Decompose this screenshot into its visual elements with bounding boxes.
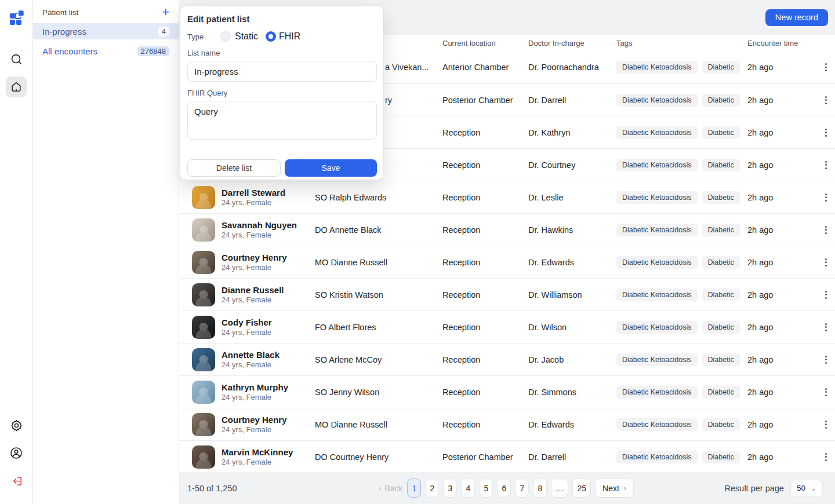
delete-list-button[interactable]: Delete list [187,159,281,177]
patient-list-panel: Patient list + In-progress 4 All encount… [33,0,179,504]
tag-badge: Diabetic Ketoacidosis [616,321,698,334]
modal-title: Edit patient list [187,14,377,24]
doctor-in-charge: Dr. Edwards [528,258,616,267]
tags-cell: Diabetic KetoacidosisDiabetic [616,451,747,463]
profile-icon[interactable] [6,443,27,463]
table-row[interactable]: Courtney Henry 24 yrs, Female MO Dianne … [179,408,835,440]
sidebar-item-in-progress[interactable]: In-progress 4 [33,23,179,39]
row-menu-icon[interactable] [821,418,831,432]
list-item-label: All encounters [42,46,97,56]
search-icon[interactable] [6,49,27,70]
row-menu-icon[interactable] [821,288,831,302]
attender-name: DO Courtney Henry [315,452,442,462]
tag-badge: Diabetic [702,224,740,236]
patient-meta: 24 yrs, Female [222,198,285,207]
encounter-time: 2h ago [747,63,818,72]
row-menu-icon[interactable] [821,158,831,172]
page-button-4[interactable]: 4 [462,479,474,497]
tag-badge: Diabetic [702,94,740,107]
row-menu-icon[interactable] [821,93,831,107]
current-location: Reception [442,355,528,364]
patient-meta: 24 yrs, Female [222,393,288,401]
patient-name: Marvin McKinney [222,447,293,458]
radio-fhir-label[interactable]: FHIR [279,31,300,42]
row-menu-icon[interactable] [821,385,831,399]
table-row[interactable]: Darrell Steward 24 yrs, Female SO Ralph … [179,181,835,213]
page-size-select[interactable]: 50 ⌄ [791,480,822,496]
new-record-button[interactable]: New record [765,9,828,26]
row-menu-icon[interactable] [821,191,831,204]
page-button-6[interactable]: 6 [498,479,510,497]
row-menu-icon[interactable] [821,320,831,334]
list-name-input[interactable] [187,61,377,82]
fhir-query-textarea[interactable]: Query [187,101,377,140]
table-row[interactable]: Dianne Russell 24 yrs, Female SO Kristin… [179,278,835,311]
col-header-time: Encounter time [747,39,818,48]
current-location: Reception [442,290,528,300]
tags-cell: Diabetic KetoacidosisDiabetic [616,418,747,431]
save-button[interactable]: Save [285,159,377,177]
page-ellipsis[interactable]: … [551,479,568,497]
attender-name: DO Annette Black [315,225,442,235]
page-button-7[interactable]: 7 [515,479,528,497]
patient-name: Cody Fisher [222,317,272,328]
back-button[interactable]: ‹Back [379,484,402,493]
row-menu-icon[interactable] [821,353,831,367]
result-per-page: Result per page 50 ⌄ [725,480,822,496]
col-header-location: Current location [442,39,528,48]
panel-title: Patient list [42,8,78,17]
page-button-3[interactable]: 3 [444,479,456,497]
page-button-25[interactable]: 25 [573,479,590,497]
encounter-time: 2h ago [747,420,818,429]
encounter-time: 2h ago [747,96,818,105]
tag-badge: Diabetic Ketoacidosis [616,94,698,107]
row-menu-icon[interactable] [821,126,831,140]
table-row[interactable]: Marvin McKinney 24 yrs, Female DO Courtn… [179,440,835,473]
attender-name: MO Dianne Russell [315,258,442,267]
pager: ‹Back 12345678…25 Next› [379,479,633,497]
edit-patient-list-modal: Edit patient list Type Static FHIR List … [180,6,383,180]
tag-badge: Diabetic [702,353,740,366]
table-row[interactable]: Kathryn Murphy 24 yrs, Female SO Jenny W… [179,375,835,408]
row-menu-icon[interactable] [821,450,831,464]
table-row[interactable]: Annette Black 24 yrs, Female SO Arlene M… [179,343,835,375]
home-icon[interactable] [6,76,27,97]
table-row[interactable]: Savannah Nguyen 24 yrs, Female DO Annett… [179,213,835,246]
page-button-1[interactable]: 1 [408,479,420,497]
avatar [192,348,215,371]
tags-cell: Diabetic KetoacidosisDiabetic [616,321,747,334]
tag-badge: Diabetic [702,191,740,204]
row-menu-icon[interactable] [821,255,831,269]
settings-gear-icon[interactable] [6,415,27,436]
type-label: Type [187,32,213,41]
attender-name: MO Dianne Russell [315,420,442,429]
doctor-in-charge: Dr. Leslie [528,193,616,202]
tag-badge: Diabetic [702,451,740,463]
avatar [192,283,215,306]
next-button[interactable]: Next› [596,479,633,497]
page-button-5[interactable]: 5 [480,479,492,497]
row-menu-icon[interactable] [821,60,831,74]
table-row[interactable]: Cody Fisher 24 yrs, Female FO Albert Flo… [179,311,835,343]
logout-icon[interactable] [6,470,27,491]
doctor-in-charge: Dr. Darrell [528,452,616,462]
app-logo-icon[interactable] [7,8,26,29]
doctor-in-charge: Dr. Edwards [528,420,616,429]
sidebar-item-all-encounters[interactable]: All encounters 276848 [33,43,179,59]
tag-badge: Diabetic Ketoacidosis [616,386,698,399]
patient-meta: 24 yrs, Female [222,425,287,434]
radio-static-label[interactable]: Static [235,31,258,42]
avatar [192,251,215,274]
current-location: Reception [442,193,528,202]
patient-name: Courtney Henry [222,253,287,264]
avatar [192,186,215,209]
radio-static[interactable] [220,31,231,42]
add-list-icon[interactable]: + [162,7,169,17]
table-row[interactable]: Courtney Henry 24 yrs, Female MO Dianne … [179,246,835,278]
radio-fhir[interactable] [266,31,276,42]
page-button-2[interactable]: 2 [426,479,438,497]
page-button-8[interactable]: 8 [533,479,546,497]
patient-meta: 24 yrs, Female [222,263,287,272]
tag-badge: Diabetic [702,288,740,301]
row-menu-icon[interactable] [821,223,831,237]
